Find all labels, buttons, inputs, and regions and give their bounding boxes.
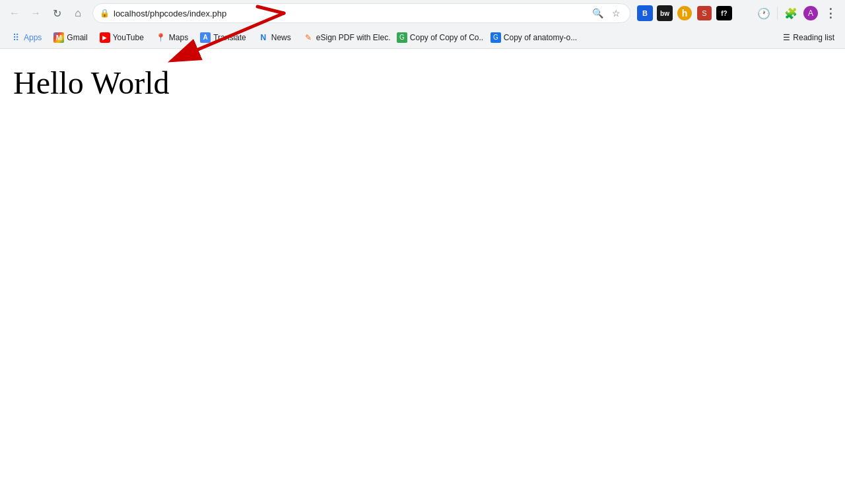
esign-favicon: ✎ — [303, 32, 314, 43]
url-text: localhost/phpcodes/index.php — [114, 9, 586, 18]
back-button[interactable]: ← — [5, 4, 24, 22]
gmail-favicon: M — [53, 32, 64, 43]
bw-icon: bw — [657, 5, 673, 21]
address-bar[interactable]: 🔒 localhost/phpcodes/index.php 🔍 ☆ — [92, 3, 630, 23]
toolbar-extensions: B bw h S f? — [636, 4, 840, 22]
youtube-label: YouTube — [113, 33, 144, 42]
copy1-label: Copy of Copy of Co... — [410, 33, 484, 42]
bw-extension-button[interactable]: bw — [656, 4, 674, 22]
home-button[interactable]: ⌂ — [69, 4, 87, 22]
extensions-button[interactable]: 🧩 — [782, 4, 800, 22]
maps-label: Maps — [169, 33, 188, 42]
esign-label: eSign PDF with Elec... — [316, 33, 390, 42]
menu-button[interactable]: ⋮ — [821, 4, 840, 22]
reading-list-button[interactable]: ☰ Reading list — [778, 30, 840, 45]
stylus-extension-button[interactable]: S — [695, 4, 714, 22]
copy2-favicon: G — [490, 32, 501, 43]
timer-extension-button[interactable]: 🕐 — [755, 4, 773, 22]
toolbar-separator — [777, 7, 778, 20]
ms-icon — [737, 6, 751, 20]
bookmarks-bar: ⠿ Apps M Gmail ▶ YouTube 📍 Maps A Transl… — [0, 26, 845, 49]
honey-extension-button[interactable]: h — [675, 4, 694, 22]
bookmark-translate[interactable]: A Translate — [195, 30, 252, 46]
apps-favicon: ⠿ — [11, 32, 21, 43]
forward-icon: → — [30, 7, 41, 19]
news-label: News — [271, 33, 291, 42]
forward-button[interactable]: → — [26, 4, 45, 22]
copy1-favicon: G — [397, 32, 407, 43]
page-heading: Hello World — [13, 65, 832, 101]
browser-frame: ← → ↻ ⌂ 🔒 localhost/phpcodes/index.php 🔍… — [0, 0, 845, 504]
stylus-icon: S — [697, 6, 712, 20]
bookmark-gmail[interactable]: M Gmail — [48, 30, 92, 46]
reading-list-label: Reading list — [793, 33, 834, 42]
bookmark-maps[interactable]: 📍 Maps — [151, 30, 193, 46]
bitwarden-extension-button[interactable]: B — [636, 4, 654, 22]
top-bar: ← → ↻ ⌂ 🔒 localhost/phpcodes/index.php 🔍… — [0, 0, 845, 26]
menu-icon: ⋮ — [825, 6, 837, 20]
gmail-label: Gmail — [67, 33, 87, 42]
profile-button[interactable]: A — [801, 4, 820, 22]
bookmark-esign[interactable]: ✎ eSign PDF with Elec... — [298, 30, 390, 46]
tampermonkey-icon: f? — [716, 6, 732, 20]
bookmark-copy1[interactable]: G Copy of Copy of Co... — [391, 30, 484, 46]
back-icon: ← — [9, 7, 20, 19]
bitwarden-icon: B — [637, 5, 653, 21]
security-icon: 🔒 — [100, 9, 110, 18]
youtube-favicon: ▶ — [100, 32, 110, 43]
tampermonkey-extension-button[interactable]: f? — [715, 4, 733, 22]
bookmark-news[interactable]: N News — [253, 30, 296, 46]
extensions-icon: 🧩 — [784, 7, 797, 20]
maps-favicon: 📍 — [156, 32, 166, 43]
apps-label: Apps — [24, 33, 42, 42]
browser-wrapper: ← → ↻ ⌂ 🔒 localhost/phpcodes/index.php 🔍… — [0, 0, 845, 504]
star-icon: ☆ — [612, 8, 621, 18]
honey-icon: h — [677, 6, 692, 20]
bookmark-youtube[interactable]: ▶ YouTube — [94, 30, 149, 46]
page-content: Hello World — [0, 49, 845, 504]
reading-list-icon: ☰ — [783, 33, 790, 42]
bookmark-apps[interactable]: ⠿ Apps — [5, 30, 47, 46]
search-icon: 🔍 — [592, 8, 603, 18]
search-button[interactable]: 🔍 — [590, 6, 605, 20]
ms-extension-button[interactable] — [735, 4, 753, 22]
translate-favicon: A — [200, 32, 211, 43]
timer-icon: 🕐 — [756, 5, 772, 21]
bookmark-star-button[interactable]: ☆ — [609, 6, 623, 20]
home-icon: ⌂ — [75, 7, 81, 19]
refresh-icon: ↻ — [53, 7, 61, 20]
refresh-button[interactable]: ↻ — [48, 4, 66, 22]
bookmark-copy2[interactable]: G Copy of anatomy-o... — [485, 30, 578, 46]
profile-icon: A — [803, 6, 818, 20]
news-favicon: N — [258, 32, 269, 43]
translate-label: Translate — [213, 33, 246, 42]
copy2-label: Copy of anatomy-o... — [504, 33, 577, 42]
